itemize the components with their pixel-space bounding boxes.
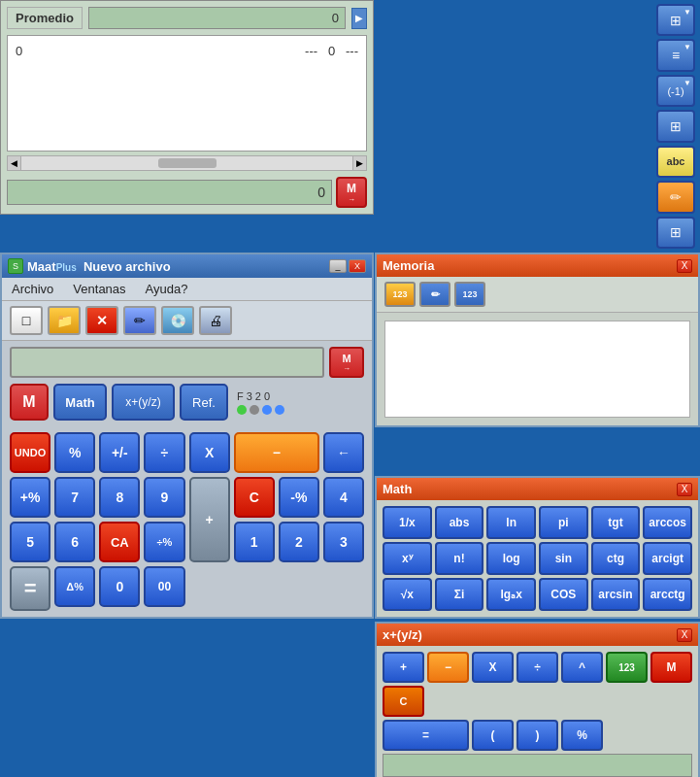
xyz-123[interactable]: 123: [606, 652, 648, 683]
print-button[interactable]: 🖨: [199, 306, 232, 335]
math-key-arccos[interactable]: arccos: [643, 506, 692, 539]
equals-button[interactable]: =: [10, 566, 50, 611]
edit-button[interactable]: ✏: [123, 306, 156, 335]
percentdelta-button[interactable]: Δ%: [54, 566, 95, 607]
ref-button[interactable]: Ref.: [180, 384, 228, 421]
percent-button[interactable]: %: [54, 432, 95, 473]
math-close-button[interactable]: X: [677, 483, 692, 496]
divide-button[interactable]: ÷: [144, 432, 184, 473]
two-button[interactable]: 2: [279, 522, 319, 562]
mem-edit-btn[interactable]: ✏: [419, 282, 450, 307]
math-key-nfact[interactable]: n!: [435, 542, 484, 575]
percentminus-button[interactable]: -%: [279, 477, 319, 518]
calc-input[interactable]: [10, 347, 324, 378]
subtract-button[interactable]: −: [234, 432, 319, 473]
three-button[interactable]: 3: [323, 522, 364, 562]
sidebar-stats-btn[interactable]: ▼ (-1): [656, 75, 695, 107]
math-key-1x[interactable]: 1/x: [383, 506, 432, 539]
minimize-button[interactable]: _: [329, 259, 347, 273]
xyz-percent[interactable]: %: [561, 720, 603, 751]
mem-recall-btn[interactable]: 123: [384, 282, 416, 307]
seven-button[interactable]: 7: [54, 477, 95, 518]
one-button[interactable]: 1: [234, 522, 275, 562]
eight-button[interactable]: 8: [99, 477, 140, 518]
xyz-equals[interactable]: =: [383, 720, 469, 751]
xyz-minus[interactable]: −: [427, 652, 469, 683]
math-key-arcsin[interactable]: arcsin: [591, 578, 641, 611]
xyz-input[interactable]: [383, 754, 692, 777]
open-button[interactable]: 📁: [48, 306, 81, 335]
xyz-openparen[interactable]: (: [472, 720, 514, 751]
plusminus-button[interactable]: +/-: [99, 432, 140, 473]
math-button[interactable]: Math: [53, 384, 107, 421]
scroll-right-arrow[interactable]: ▶: [352, 155, 366, 171]
xyz-button[interactable]: x+(y/z): [112, 384, 175, 421]
promedio-value: 0: [88, 7, 346, 29]
nine-button[interactable]: 9: [144, 477, 184, 518]
math-key-xy[interactable]: xʸ: [383, 542, 432, 575]
menu-archivo[interactable]: Archivo: [12, 282, 53, 296]
abc-icon: abc: [667, 155, 685, 167]
math-key-tgt[interactable]: tgt: [591, 506, 641, 539]
xyz-m[interactable]: M: [650, 652, 692, 683]
menu-ayuda[interactable]: Ayuda?: [146, 282, 188, 296]
six-button[interactable]: 6: [54, 522, 95, 562]
math-key-abs[interactable]: abs: [435, 506, 484, 539]
mem-store-btn[interactable]: 123: [454, 282, 485, 307]
math-key-pi[interactable]: pi: [539, 506, 588, 539]
sidebar-abc-btn[interactable]: abc: [656, 146, 695, 178]
xyz-divide[interactable]: ÷: [517, 652, 558, 683]
memory-store-button-top[interactable]: M →: [336, 177, 367, 208]
math-key-arcctg[interactable]: arcctg: [643, 578, 692, 611]
close-button[interactable]: X: [349, 259, 366, 273]
scroll-right-button[interactable]: ▶: [351, 8, 367, 29]
leftarrow-button[interactable]: ←: [323, 432, 364, 473]
xyz-power[interactable]: ^: [561, 652, 603, 683]
four-button[interactable]: 4: [323, 477, 364, 518]
five-button[interactable]: 5: [10, 522, 50, 562]
top-calculator-panel: Promedio 0 ▶ 0 --- 0 --- ◀ ▶ 0 M →: [0, 0, 374, 215]
dropdown-arrow-2: ▼: [683, 43, 691, 51]
m-button[interactable]: M: [10, 384, 49, 421]
math-keypad: 1/x abs ln pi tgt arccos xʸ n! log sin c…: [377, 500, 698, 617]
undo-button[interactable]: UNDO: [10, 432, 50, 473]
math-key-sqrt[interactable]: √x: [383, 578, 432, 611]
percentplus-button[interactable]: +%: [10, 477, 50, 518]
math-key-ln[interactable]: ln: [486, 506, 536, 539]
menu-bar: Archivo Ventanas Ayuda?: [2, 278, 372, 301]
f-dot-green: [237, 405, 247, 415]
ca-button[interactable]: CA: [99, 522, 140, 562]
new-button[interactable]: □: [10, 306, 43, 335]
sidebar-calculator-btn[interactable]: ▼ ⊞: [656, 4, 695, 36]
scroll-left-arrow[interactable]: ◀: [8, 155, 21, 171]
scrollbar[interactable]: ◀ ▶: [7, 155, 367, 171]
math-key-ctg[interactable]: ctg: [591, 542, 641, 575]
zero-button[interactable]: 0: [99, 566, 140, 607]
xyz-c[interactable]: C: [383, 686, 424, 717]
sidebar-pencil-btn[interactable]: ✏: [656, 181, 695, 213]
menu-ventanas[interactable]: Ventanas: [73, 282, 125, 296]
scrollbar-thumb[interactable]: [21, 158, 352, 168]
delete-button[interactable]: ✕: [85, 306, 118, 335]
xyz-plus[interactable]: +: [383, 652, 424, 683]
math-key-cos[interactable]: COS: [539, 578, 588, 611]
percentdiv-button[interactable]: ÷%: [144, 522, 184, 562]
math-key-log[interactable]: log: [486, 542, 536, 575]
disk-button[interactable]: 💿: [161, 306, 194, 335]
xyz-multiply[interactable]: X: [472, 652, 514, 683]
multiply-button[interactable]: X: [189, 432, 230, 473]
math-key-sin[interactable]: sin: [539, 542, 588, 575]
math-key-lgax[interactable]: lgₐx: [486, 578, 536, 611]
math-key-sigma[interactable]: Σi: [435, 578, 484, 611]
sidebar-grid-btn[interactable]: ⊞: [656, 110, 695, 142]
c-button[interactable]: C: [234, 477, 275, 518]
doublezero-button[interactable]: 00: [144, 566, 184, 607]
memory-store-button[interactable]: M →: [329, 347, 364, 378]
xyz-close-button[interactable]: X: [677, 628, 692, 642]
memoria-close-button[interactable]: X: [677, 259, 692, 273]
math-key-arcigt[interactable]: arcigt: [643, 542, 692, 575]
sidebar-table-btn[interactable]: ⊞: [656, 217, 695, 249]
plus-button[interactable]: +: [189, 477, 230, 562]
xyz-closeparen[interactable]: ): [517, 720, 558, 751]
sidebar-list-btn[interactable]: ▼ ≡: [656, 39, 695, 71]
